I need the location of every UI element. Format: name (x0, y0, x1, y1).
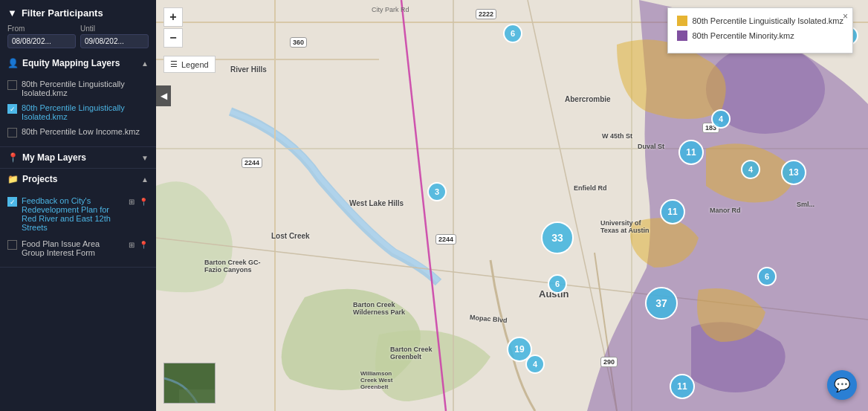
mymap-header-left: 📍 My Map Layers (7, 152, 86, 163)
date-row: From Until (7, 25, 149, 48)
layer-item-3: 80th Percentile Low Income.kmz (7, 124, 149, 140)
cluster-13[interactable]: 13 (781, 160, 806, 185)
cluster-4b[interactable]: 4 (741, 160, 760, 179)
layer-label-3: 80th Percentile Low Income.kmz (22, 127, 140, 136)
hamburger-icon: ☰ (170, 59, 178, 69)
date-until-label: Until (80, 25, 149, 33)
highway-360: 360 (290, 37, 307, 48)
project-item-1: ✓ Feedback on City's Redevelopment Plan … (7, 192, 149, 236)
chat-icon: 💬 (834, 377, 850, 393)
cluster-11c[interactable]: 11 (670, 374, 695, 399)
equity-mapping-section: 👤 Equity Mapping Layers ▲ 80th Percentil… (0, 53, 156, 147)
layer-checkbox-2[interactable]: ✓ (7, 104, 17, 114)
project-checkbox-1[interactable]: ✓ (7, 197, 17, 207)
legend-item-2: 80th Percentile Minority.kmz (677, 30, 843, 41)
legend-label-1: 80th Percentile Linguistically Isolated.… (692, 16, 843, 25)
map-area[interactable]: City Park Rd Abercrombie River Hills Wes… (156, 0, 868, 411)
date-from-label: From (7, 25, 76, 33)
layer-checkbox-3[interactable] (7, 128, 17, 137)
cluster-6c[interactable]: 6 (757, 267, 777, 286)
mymap-header[interactable]: 📍 My Map Layers ▼ (0, 147, 156, 168)
layer-item-1: 80th Percentile Linguistically Isolated.… (7, 77, 149, 100)
location-icon-2[interactable]: 📍 (139, 239, 149, 250)
funnel-icon: ▼ (7, 7, 17, 19)
svg-text:City Park Rd: City Park Rd (372, 6, 409, 13)
legend-label-2: 80th Percentile Minority.kmz (692, 31, 794, 40)
projects-header[interactable]: 📁 Projects ▲ (0, 169, 156, 190)
cluster-4a[interactable]: 4 (711, 109, 731, 129)
zoom-out-button[interactable]: − (163, 28, 183, 48)
project-label-1: Feedback on City's Redevelopment Plan fo… (22, 196, 122, 232)
date-from-group: From (7, 25, 76, 48)
cluster-6b[interactable]: 6 (548, 274, 567, 294)
equity-mapping-header-left: 👤 Equity Mapping Layers (7, 58, 120, 68)
filter-title-text: Filter Participants (22, 7, 103, 19)
zoom-in-button[interactable]: + (163, 7, 183, 27)
equity-mapping-content: 80th Percentile Linguistically Isolated.… (0, 74, 156, 146)
mini-map-thumbnail[interactable] (163, 363, 216, 404)
layer-checkbox-1[interactable] (7, 80, 17, 90)
legend-button[interactable]: ☰ Legend (163, 56, 216, 73)
date-until-group: Until (80, 25, 149, 48)
projects-chevron-up: ▲ (141, 175, 149, 184)
legend-swatch-2 (677, 30, 687, 41)
layer-label-1: 80th Percentile Linguistically Isolated.… (22, 80, 149, 97)
cluster-11a[interactable]: 11 (678, 140, 704, 165)
layer-label-2: 80th Percentile Linguistically Isolated.… (22, 103, 149, 121)
equity-mapping-header[interactable]: 👤 Equity Mapping Layers ▲ (0, 53, 156, 74)
highway-2222: 2222 (476, 9, 496, 19)
projects-section: 📁 Projects ▲ ✓ Feedback on City's Redeve… (0, 169, 156, 268)
mymap-section: 📍 My Map Layers ▼ (0, 147, 156, 169)
cluster-4c[interactable]: 4 (525, 355, 545, 374)
highway-290: 290 (600, 357, 618, 367)
collapse-sidebar-button[interactable]: ◀ (156, 85, 171, 106)
project-item-2: Food Plan Issue Area Group Interest Form… (7, 236, 149, 261)
project-icons-1: ⊞ 📍 (126, 196, 149, 207)
grid-icon-1[interactable]: ⊞ (126, 196, 137, 207)
project-icons-2: ⊞ 📍 (126, 239, 149, 250)
legend-label: Legend (181, 60, 209, 69)
filter-title: ▼ Filter Participants (7, 7, 149, 19)
date-from-input[interactable] (7, 34, 76, 48)
cluster-11b[interactable]: 11 (660, 199, 685, 224)
cluster-6a[interactable]: 6 (503, 24, 522, 43)
projects-title: Projects (22, 174, 57, 184)
grid-icon-2[interactable]: ⊞ (126, 239, 137, 250)
cluster-3[interactable]: 3 (427, 182, 447, 201)
map-controls: + − (163, 7, 183, 48)
highway-2244a: 2244 (242, 158, 262, 168)
legend-item-1: 80th Percentile Linguistically Isolated.… (677, 16, 843, 26)
equity-chevron-up: ▲ (141, 59, 149, 68)
chat-button[interactable]: 💬 (827, 370, 857, 400)
legend-swatch-1 (677, 16, 687, 26)
project-checkbox-2[interactable] (7, 240, 17, 250)
highway-2244b: 2244 (435, 234, 456, 245)
person-icon: 👤 (7, 58, 19, 68)
mymap-title: My Map Layers (22, 152, 86, 163)
svg-rect-14 (179, 389, 216, 404)
folder-icon: 📁 (7, 174, 19, 184)
legend-popup: × 80th Percentile Linguistically Isolate… (667, 7, 853, 54)
cluster-33[interactable]: 33 (541, 221, 574, 254)
projects-content: ✓ Feedback on City's Redevelopment Plan … (0, 190, 156, 267)
sidebar: ▼ Filter Participants From Until 👤 Equit… (0, 0, 156, 411)
mymap-chevron: ▼ (141, 154, 149, 162)
legend-close-button[interactable]: × (843, 11, 848, 22)
date-until-input[interactable] (80, 34, 149, 48)
project-label-2: Food Plan Issue Area Group Interest Form (22, 239, 122, 257)
equity-mapping-title: Equity Mapping Layers (22, 58, 120, 68)
mini-map-svg (164, 363, 216, 404)
layer-item-2: ✓ 80th Percentile Linguistically Isolate… (7, 100, 149, 124)
projects-header-left: 📁 Projects (7, 174, 57, 184)
cluster-37[interactable]: 37 (645, 287, 678, 320)
pin-icon: 📍 (7, 152, 19, 163)
location-icon-1[interactable]: 📍 (139, 196, 149, 207)
filter-header: ▼ Filter Participants From Until (0, 0, 156, 53)
